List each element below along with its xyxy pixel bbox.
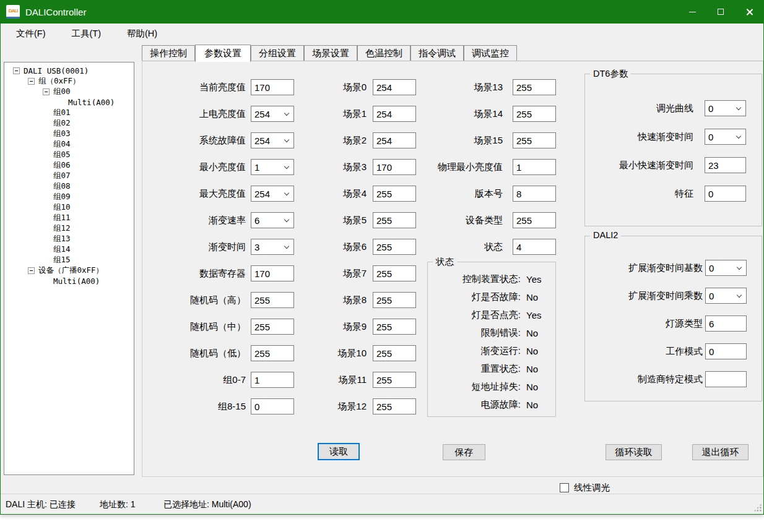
field-label: 随机码（低）	[167, 348, 246, 359]
field-value: 23	[705, 160, 719, 171]
tab-scene-settings[interactable]: 场景设置	[304, 45, 357, 61]
field-input[interactable]: 1	[513, 159, 556, 175]
field-input[interactable]: 8	[513, 186, 556, 202]
field-input[interactable]: 255	[251, 345, 294, 361]
field-input[interactable]: 0	[705, 343, 747, 359]
field-input[interactable]: 1	[251, 372, 294, 388]
tab-grouping-settings[interactable]: 分组设置	[251, 45, 304, 61]
field-input[interactable]: 6	[705, 315, 747, 332]
status-label: 限制错误:	[428, 327, 521, 339]
tab-command-debug[interactable]: 指令调试	[410, 45, 464, 61]
tree-node[interactable]: Multi(A00)	[4, 97, 134, 108]
tree-node[interactable]: 组15	[4, 255, 134, 265]
tree-node[interactable]: 组08	[4, 181, 134, 192]
tree-node[interactable]: 组00	[4, 87, 134, 97]
tree-node[interactable]: 组10	[4, 202, 134, 213]
maximize-button[interactable]	[706, 0, 735, 24]
field-input[interactable]: 254	[251, 132, 294, 148]
field-input[interactable]: 254	[251, 186, 294, 202]
tree-node[interactable]: 组01	[4, 108, 134, 118]
field-label: 状态	[410, 241, 503, 253]
field-input[interactable]: 1	[251, 159, 294, 175]
tree-node[interactable]: 组13	[4, 234, 134, 244]
param-row: 渐变时间 3	[167, 239, 294, 255]
tree-node[interactable]: 组06	[4, 160, 134, 171]
param-row: 场景15 255	[410, 132, 556, 148]
tree-node[interactable]: 组07	[4, 171, 134, 181]
status-row: 电源故障: No	[428, 396, 555, 414]
tab-operation-control[interactable]: 操作控制	[142, 45, 195, 61]
field-input[interactable]: 0	[705, 288, 747, 304]
menu-help[interactable]: 帮助(H)	[120, 25, 164, 42]
dt6-rows: 调光曲线 0 快速渐变时间 0 最小快速渐变时间	[585, 74, 762, 202]
field-input[interactable]	[705, 371, 747, 387]
tab-debug-monitor[interactable]: 调试监控	[464, 45, 517, 61]
tree-node[interactable]: 设备（广播0xFF）	[4, 265, 134, 276]
field-label: 工作模式	[585, 346, 703, 358]
field-label: 场景5	[311, 215, 367, 226]
field-input[interactable]: 255	[251, 292, 294, 308]
field-input[interactable]: 170	[251, 265, 294, 281]
tree-node[interactable]: Multi(A00)	[4, 276, 134, 286]
field-label: 上电亮度值	[167, 108, 246, 120]
collapse-icon[interactable]	[13, 67, 20, 74]
param-row: 最小亮度值 1	[167, 159, 294, 175]
field-input[interactable]: 0	[251, 398, 294, 414]
minimize-button[interactable]	[678, 0, 706, 24]
field-input[interactable]: 255	[513, 106, 556, 122]
tree-node[interactable]: 组04	[4, 139, 134, 150]
tree-node[interactable]: 组（0xFF）	[4, 76, 134, 87]
tree-node[interactable]: 组14	[4, 244, 134, 255]
field-input[interactable]: 255	[373, 265, 416, 281]
tree-node[interactable]: 组12	[4, 223, 134, 234]
menu-tools[interactable]: 工具(T)	[65, 25, 108, 42]
field-input[interactable]: 0	[705, 129, 746, 145]
param-row: 随机码（高） 255	[167, 292, 294, 308]
tree-node[interactable]: 组09	[4, 192, 134, 202]
tree-node[interactable]: 组03	[4, 129, 134, 139]
field-label: 物理最小亮度值	[410, 161, 503, 173]
status-value: Yes	[526, 310, 541, 320]
collapse-icon[interactable]	[28, 78, 35, 85]
field-input[interactable]: 0	[705, 100, 746, 116]
field-value: 1	[251, 162, 259, 173]
field-input[interactable]: 255	[513, 212, 556, 228]
tree-node[interactable]: DALI USB(0001)	[4, 66, 134, 76]
exit-loop-button[interactable]: 退出循环	[692, 444, 749, 460]
tree-node-label: DALI USB(0001)	[24, 66, 89, 75]
save-button[interactable]: 保存	[443, 444, 485, 460]
field-input[interactable]: 255	[373, 372, 416, 388]
field-input[interactable]: 23	[705, 157, 746, 173]
status-row: 控制装置状态: Yes	[428, 270, 555, 288]
field-input[interactable]: 254	[251, 106, 294, 122]
tab-color-temp-control[interactable]: 色温控制	[357, 45, 410, 61]
collapse-icon[interactable]	[28, 267, 35, 274]
linear-dimming-checkbox[interactable]: 线性调光	[560, 482, 610, 494]
field-input[interactable]: 255	[373, 345, 416, 361]
field-input[interactable]: 3	[251, 239, 294, 255]
field-input[interactable]: 255	[373, 292, 416, 308]
field-input[interactable]: 255	[373, 319, 416, 335]
field-input[interactable]: 170	[251, 79, 294, 95]
scene-row: 场景1 254	[311, 106, 416, 122]
read-button[interactable]: 读取	[318, 443, 360, 460]
param-row: 版本号 8	[410, 186, 556, 202]
field-input[interactable]: 6	[251, 212, 294, 228]
field-input[interactable]: 255	[251, 319, 294, 335]
tree-node[interactable]: 组05	[4, 150, 134, 160]
tree-node[interactable]: 组02	[4, 118, 134, 129]
statusbar-selected-address: 已选择地址: Multi(A00)	[163, 499, 251, 510]
collapse-icon[interactable]	[43, 88, 50, 95]
tree-node[interactable]: 组11	[4, 213, 134, 223]
menu-file[interactable]: 文件(F)	[9, 25, 53, 42]
resize-grip[interactable]	[753, 504, 762, 512]
field-input[interactable]: 0	[705, 260, 747, 276]
tab-parameter-settings[interactable]: 参数设置	[195, 45, 251, 62]
loop-read-button[interactable]: 循环读取	[606, 444, 662, 460]
field-input[interactable]: 255	[513, 79, 556, 95]
field-input[interactable]: 255	[373, 398, 416, 414]
field-input[interactable]: 0	[705, 186, 746, 202]
close-button[interactable]	[735, 0, 763, 24]
field-input[interactable]: 255	[513, 132, 556, 148]
field-input[interactable]: 4	[513, 239, 556, 255]
